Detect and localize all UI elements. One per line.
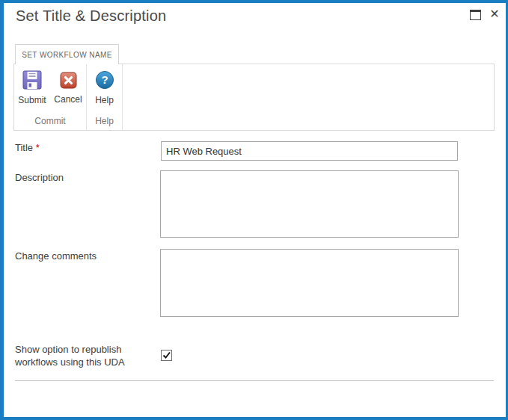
change-comments-textarea[interactable] [160, 249, 459, 317]
tab-label: SET WORKFLOW NAME [22, 51, 112, 59]
help-question-icon: ? [95, 70, 114, 93]
ribbon: Submit Canc [13, 64, 495, 131]
cancel-x-icon [60, 70, 77, 92]
submit-button[interactable]: Submit [15, 69, 49, 107]
svg-text:?: ? [101, 73, 108, 86]
required-marker: * [36, 142, 40, 153]
help-button[interactable]: ? Help [88, 69, 122, 107]
close-icon[interactable]: ✕ [487, 6, 502, 22]
dialog-title: Set Title & Description [16, 7, 166, 25]
ribbon-group-commit: Submit Canc [14, 64, 87, 130]
title-input[interactable] [161, 141, 458, 161]
cancel-button-label: Cancel [54, 94, 82, 105]
submit-button-label: Submit [18, 95, 46, 105]
title-label: Title * [15, 141, 40, 154]
set-title-description-dialog: Set Title & Description ✕ SET WORKFLOW N… [0, 0, 508, 420]
cancel-button[interactable]: Cancel [51, 69, 85, 107]
save-floppy-icon [22, 70, 42, 93]
republish-checkbox[interactable] [161, 350, 172, 361]
bottom-divider [15, 380, 494, 381]
ribbon-group-label-help: Help [87, 116, 122, 126]
ribbon-group-label-commit: Commit [14, 116, 86, 126]
description-label: Description [15, 171, 64, 184]
tab-set-workflow-name[interactable]: SET WORKFLOW NAME [15, 44, 119, 64]
change-comments-label: Change comments [15, 250, 97, 262]
maximize-icon[interactable] [470, 10, 481, 20]
checkmark-icon [162, 350, 171, 360]
ribbon-group-help: ? Help Help [87, 64, 123, 130]
help-button-label: Help [95, 95, 114, 105]
description-textarea[interactable] [160, 170, 459, 238]
republish-label: Show option to republish workflows using… [15, 343, 148, 368]
